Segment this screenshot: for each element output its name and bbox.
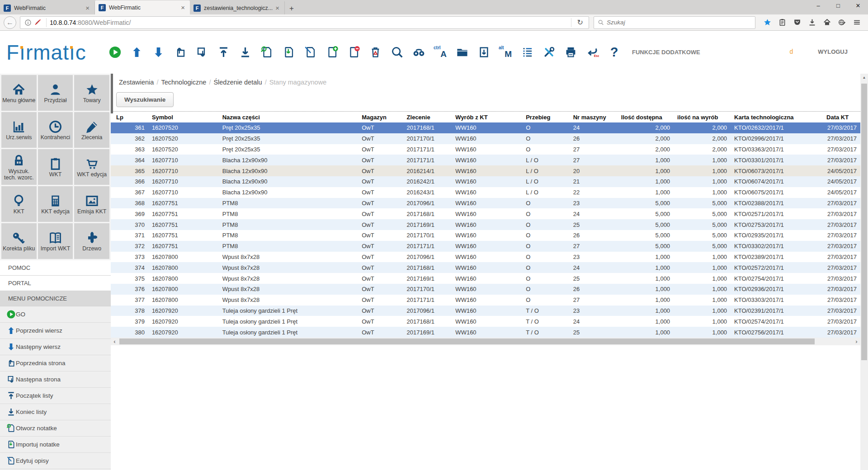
- sidebar-tile-pencil[interactable]: Zlecenia: [74, 112, 109, 148]
- table-row[interactable]: 37816207920Tuleja osłony gardzieli 1 Prę…: [111, 306, 860, 316]
- page-actions-icon[interactable]: [835, 16, 849, 29]
- hscroll-right-arrow[interactable]: ›: [853, 338, 860, 345]
- table-row[interactable]: 37716207800Wpust 8x7x28OwT2017171/1WW160…: [111, 295, 860, 306]
- list-end-icon[interactable]: [238, 45, 252, 59]
- vscroll-up-arrow[interactable]: ▲: [860, 74, 868, 81]
- table-row[interactable]: 37516207800Wpust 8x7x28OwT2017169/1WW160…: [111, 273, 860, 284]
- table-row[interactable]: 36616207710Blacha 12x90x90OwT2016242/1WW…: [111, 176, 860, 187]
- table-row[interactable]: 36816207751PTM8OwT2017096/1WW160O235,000…: [111, 198, 860, 209]
- folder-icon[interactable]: [455, 45, 469, 59]
- hscroll-thumb[interactable]: [119, 338, 815, 344]
- sidebar-tile-clock[interactable]: Kontrahenci: [38, 112, 73, 148]
- sidebar-tile-person[interactable]: Przydział: [38, 75, 73, 111]
- sidebar-tile-puzzle[interactable]: Drzewo: [74, 223, 109, 259]
- browser-tab-2[interactable]: F zestawienia_technologicz... ×: [190, 1, 285, 14]
- table-row[interactable]: 37116207751PTM8OwT2017170/1WW160O265,000…: [111, 230, 860, 241]
- sidebar-item-następny-wiersz[interactable]: Następny wiersz: [0, 339, 111, 355]
- col-header-9[interactable]: ilość na wyrób: [674, 112, 731, 122]
- horizontal-scrollbar[interactable]: ‹ ›: [111, 338, 860, 345]
- key-combo-ctrl-a-icon[interactable]: ctrlA: [434, 45, 448, 59]
- sidebar-tile-cart[interactable]: WKT edycja: [74, 149, 109, 185]
- help-icon[interactable]: ?: [607, 45, 621, 59]
- table-row[interactable]: 37616207800Wpust 8x7x28OwT2017170/1WW160…: [111, 284, 860, 295]
- note-import-icon[interactable]: [282, 45, 296, 59]
- minimize-button[interactable]: –: [808, 0, 828, 12]
- col-header-3[interactable]: Magazyn: [358, 112, 403, 122]
- list-icon[interactable]: [520, 45, 534, 59]
- plugin-blocked-icon[interactable]: [33, 18, 43, 27]
- binoculars-icon[interactable]: [412, 45, 426, 59]
- table-row[interactable]: 37916207920Tuleja osłony gardzieli 1 Prę…: [111, 316, 860, 327]
- col-header-5[interactable]: Wyrób z KT: [452, 112, 522, 122]
- sidebar-item-poprzedni-wiersz[interactable]: Poprzedni wiersz: [0, 323, 111, 339]
- search-icon[interactable]: [390, 45, 404, 59]
- table-row[interactable]: 36416207710Blacha 12x90x90OwT2017171/1WW…: [111, 155, 860, 165]
- row-up-icon[interactable]: [130, 45, 144, 59]
- browser-tab-1[interactable]: F WebFirmatic ×: [95, 0, 190, 14]
- table-row[interactable]: 37216207751PTM8OwT2017171/1WW160O275,000…: [111, 241, 860, 252]
- doc-delete-icon[interactable]: [347, 45, 361, 59]
- sidebar-item-początek-listy[interactable]: Początek listy: [0, 388, 111, 404]
- browser-tab-0[interactable]: F WebFirmatic ×: [0, 1, 95, 14]
- sidebar-item-edytuj-opisy[interactable]: Edytuj opisy: [0, 453, 111, 469]
- table-row[interactable]: 36216207520Pręt 20x25x35OwT2017170/1WW16…: [111, 133, 860, 144]
- page-next-icon[interactable]: [195, 45, 209, 59]
- home-icon[interactable]: [820, 16, 835, 29]
- vscroll-thumb[interactable]: [861, 84, 867, 360]
- url-bar[interactable]: 10.8.0.74 :8080/WebFirmatic/ ↻: [20, 16, 589, 29]
- col-header-1[interactable]: Symbol: [148, 112, 219, 122]
- list-start-icon[interactable]: [217, 45, 231, 59]
- note-open-icon[interactable]: [260, 45, 274, 59]
- tab-close-icon[interactable]: ×: [274, 4, 281, 12]
- sidebar-tile-key[interactable]: Korekta pliku: [1, 223, 37, 259]
- table-row[interactable]: 36316207520Pręt 20x25x35OwT2017171/1WW16…: [111, 144, 860, 155]
- pocket-icon[interactable]: [790, 16, 805, 29]
- print-icon[interactable]: [564, 45, 578, 59]
- maximize-button[interactable]: □: [828, 0, 848, 12]
- sidebar-section-pomoc[interactable]: POMOC: [0, 260, 111, 276]
- bookmarks-clipboard-icon[interactable]: [775, 16, 790, 29]
- new-tab-button[interactable]: +: [285, 3, 298, 14]
- sidebar-item-następna-strona[interactable]: Następna strona: [0, 371, 111, 388]
- downloads-icon[interactable]: [805, 16, 820, 29]
- sidebar-item-importuj-notatke[interactable]: Importuj notatke: [0, 437, 111, 453]
- logout-button[interactable]: WYLOGUJ: [818, 48, 848, 55]
- bookmark-star-icon[interactable]: [760, 16, 775, 29]
- breadcrumb-link-2[interactable]: Śledzenie detalu: [213, 79, 262, 86]
- table-row[interactable]: 36116207520Pręt 20x25x35OwT2017168/1WW16…: [111, 122, 860, 133]
- col-header-2[interactable]: Nazwa części: [219, 112, 358, 122]
- reload-button[interactable]: ↻: [575, 18, 586, 27]
- col-header-8[interactable]: Ilość dostępna: [618, 112, 674, 122]
- sidebar-tile-book[interactable]: Import WKT: [38, 223, 73, 259]
- table-row[interactable]: 37416207800Wpust 8x7x28OwT2017168/1WW160…: [111, 262, 860, 273]
- sidebar-item-otworz-notatke[interactable]: Otworz notatke: [0, 420, 111, 437]
- sidebar-item-poprzednia-strona[interactable]: Poprzednia strona: [0, 355, 111, 371]
- extra-functions-label[interactable]: FUNKCJE DODATKOWE: [632, 49, 700, 56]
- sidebar-tile-bulb[interactable]: KKT: [1, 186, 37, 222]
- trash-icon[interactable]: [368, 45, 382, 59]
- tab-close-icon[interactable]: ×: [179, 4, 186, 11]
- table-row[interactable]: 36716207710Blacha 12x90x90OwT2016243/1WW…: [111, 187, 860, 198]
- edit-descriptions-icon[interactable]: [303, 45, 317, 59]
- breadcrumb-link-0[interactable]: Zestawienia: [119, 79, 154, 86]
- sidebar-section-portal[interactable]: PORTAL: [0, 276, 111, 291]
- vertical-scrollbar[interactable]: ▲: [860, 74, 868, 470]
- key-combo-alt-m-icon[interactable]: altM: [499, 45, 513, 59]
- sidebar-tile-calculator[interactable]: KKT edycja: [38, 186, 73, 222]
- table-row[interactable]: 37016207751PTM8OwT2017169/1WW160O255,000…: [111, 219, 860, 230]
- back-button[interactable]: ←: [4, 16, 16, 29]
- col-header-4[interactable]: Zlecenie: [403, 112, 452, 122]
- col-header-11[interactable]: Data KT: [823, 112, 860, 122]
- table-row[interactable]: 36916207751PTM8OwT2017168/1WW160O245,000…: [111, 208, 860, 219]
- breadcrumb-link-1[interactable]: Technologiczne: [161, 79, 206, 86]
- sidebar-tile-lock[interactable]: Wyszuk. tech. wzorc.: [1, 149, 37, 185]
- row-down-icon[interactable]: [151, 45, 165, 59]
- sidebar-tile-home[interactable]: Menu główne: [1, 75, 37, 111]
- tab-close-icon[interactable]: ×: [84, 4, 91, 12]
- col-header-6[interactable]: Przebieg: [522, 112, 569, 122]
- search-button[interactable]: Wyszukiwanie: [116, 92, 174, 107]
- sidebar-item-koniec-listy[interactable]: Koniec listy: [0, 404, 111, 420]
- browser-search-input[interactable]: [607, 19, 751, 26]
- tools-icon[interactable]: [542, 45, 556, 59]
- sidebar-section-menu-pomocnicze[interactable]: MENU POMOCNICZE: [0, 291, 111, 306]
